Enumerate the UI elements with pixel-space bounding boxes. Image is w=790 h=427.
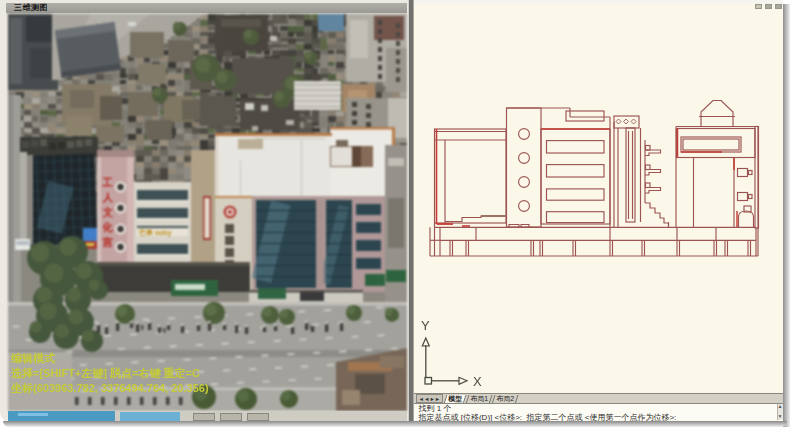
svg-text:坐标(603963.782, 3376494.764, 20: 坐标(603963.782, 3376494.764, 20.356) [10, 382, 209, 394]
svg-text:编辑模式: 编辑模式 [10, 352, 56, 364]
svg-text:Y: Y [421, 318, 430, 333]
svg-text:X: X [473, 374, 482, 389]
svg-text:选择=[SHIFT+左键] 脱点=右键 重定=C: 选择=[SHIFT+左键] 脱点=右键 重定=C [10, 367, 200, 379]
